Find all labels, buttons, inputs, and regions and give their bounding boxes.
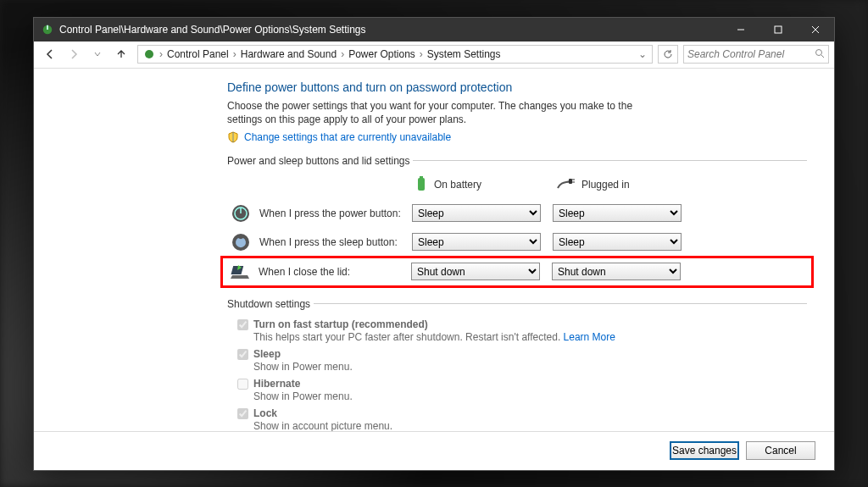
col-on-battery: On battery (412, 175, 548, 195)
svg-rect-11 (569, 179, 572, 184)
page-heading: Define power buttons and turn on passwor… (227, 80, 807, 94)
save-button[interactable]: Save changes (670, 441, 739, 460)
row-power-button: When I press the power button: (227, 203, 407, 224)
lid-row-highlight: When I close the lid: Shut down Shut dow… (220, 256, 814, 288)
item-title: Lock (253, 407, 277, 419)
sleep-button-icon (231, 232, 251, 252)
learn-more-link[interactable]: Learn More (564, 331, 615, 343)
item-title: Sleep (253, 348, 281, 360)
window: Control Panel\Hardware and Sound\Power O… (33, 17, 835, 471)
item-sub: Show in account picture menu. (253, 420, 392, 431)
row-label: When I press the power button: (259, 208, 401, 219)
hibernate-checkbox (237, 379, 248, 390)
col-label-battery: On battery (434, 179, 481, 191)
power-button-icon (231, 203, 251, 224)
crumb-control-panel[interactable]: Control Panel (164, 48, 232, 60)
section-legend: Power and sleep buttons and lid settings (227, 155, 413, 167)
power-plan-icon (142, 47, 157, 62)
fast-startup-item: Turn on fast startup (recommended) This … (237, 318, 807, 343)
recent-dropdown[interactable] (86, 44, 108, 64)
close-button[interactable] (797, 18, 834, 42)
hibernate-item: HibernateShow in Power menu. (237, 378, 807, 402)
row-label: When I close the lid: (259, 266, 350, 278)
footer: Save changes Cancel (34, 431, 834, 470)
forward-button[interactable] (63, 44, 85, 64)
svg-point-6 (145, 50, 153, 58)
search-icon[interactable] (815, 48, 825, 61)
power-options-icon (41, 23, 54, 36)
change-settings-link[interactable]: Change settings that are currently unava… (244, 131, 451, 143)
power-buttons-section: Power and sleep buttons and lid settings… (227, 155, 807, 291)
shield-icon (227, 131, 239, 143)
back-button[interactable] (39, 44, 61, 64)
fast-startup-checkbox (237, 319, 248, 330)
power-button-battery-select[interactable]: Sleep (412, 204, 541, 222)
power-button-plugged-select[interactable]: Sleep (553, 204, 682, 222)
lock-checkbox (237, 408, 248, 419)
lock-item: LockShow in account picture menu. (237, 407, 807, 431)
item-sub: This helps start your PC faster after sh… (253, 331, 560, 343)
crumb-hardware-sound[interactable]: Hardware and Sound (237, 48, 340, 60)
chevron-down-icon[interactable]: ⌄ (635, 48, 650, 60)
col-label-plugged: Plugged in (581, 179, 630, 191)
svg-line-8 (821, 55, 824, 58)
breadcrumb[interactable]: › Control Panel › Hardware and Sound › P… (137, 45, 653, 64)
svg-point-7 (816, 49, 822, 55)
sleep-button-plugged-select[interactable]: Sleep (553, 233, 682, 251)
item-sub: Show in Power menu. (253, 390, 353, 402)
search-box[interactable] (683, 45, 829, 64)
content-area: Define power buttons and turn on passwor… (34, 69, 834, 431)
lid-plugged-select[interactable]: Shut down (552, 263, 681, 280)
window-title: Control Panel\Hardware and Sound\Power O… (59, 24, 366, 36)
minimize-button[interactable] (722, 18, 760, 42)
maximize-button[interactable] (760, 18, 797, 42)
battery-icon (415, 175, 427, 195)
page-description: Choose the power settings that you want … (227, 99, 651, 126)
titlebar[interactable]: Control Panel\Hardware and Sound\Power O… (34, 18, 834, 42)
laptop-lid-icon (230, 262, 250, 282)
sleep-checkbox (237, 349, 248, 360)
svg-rect-10 (420, 176, 423, 179)
item-sub: Show in Power menu. (253, 361, 353, 373)
section-legend: Shutdown settings (227, 298, 314, 310)
cancel-button[interactable]: Cancel (746, 441, 815, 460)
up-button[interactable] (110, 44, 132, 64)
sleep-item: SleepShow in Power menu. (237, 348, 807, 373)
search-input[interactable] (687, 48, 815, 60)
lid-battery-select[interactable]: Shut down (411, 263, 540, 280)
sleep-button-battery-select[interactable]: Sleep (412, 233, 541, 251)
refresh-button[interactable] (658, 45, 678, 64)
row-sleep-button: When I press the sleep button: (227, 232, 407, 252)
address-bar: › Control Panel › Hardware and Sound › P… (34, 42, 834, 69)
shutdown-settings-section: Shutdown settings Turn on fast startup (… (227, 298, 807, 431)
item-title: Hibernate (253, 378, 300, 390)
item-title: Turn on fast startup (recommended) (253, 318, 428, 330)
row-label: When I press the sleep button: (259, 236, 398, 248)
svg-rect-1 (47, 25, 48, 29)
row-close-lid: When I close the lid: (226, 262, 406, 282)
crumb-power-options[interactable]: Power Options (345, 48, 419, 60)
svg-rect-3 (775, 26, 782, 33)
crumb-system-settings[interactable]: System Settings (424, 48, 504, 60)
plug-icon (556, 178, 575, 192)
col-plugged-in: Plugged in (553, 178, 688, 192)
svg-rect-9 (418, 178, 425, 191)
